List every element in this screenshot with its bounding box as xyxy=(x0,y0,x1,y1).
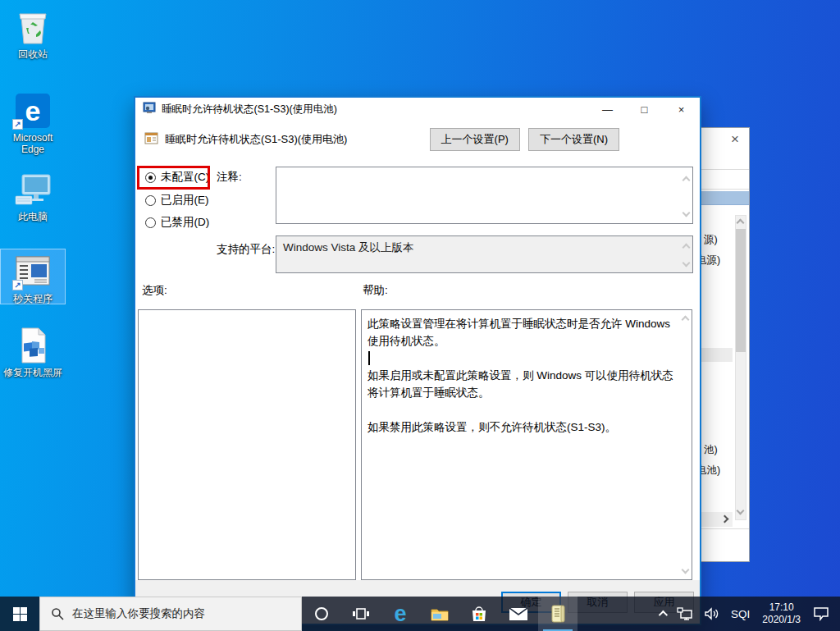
red-highlight-box xyxy=(137,166,210,190)
cortana-button[interactable] xyxy=(302,597,341,631)
taskbar-clock[interactable]: 17:10 2020/1/3 xyxy=(756,601,807,626)
policy-name-fragment: 源) xyxy=(704,233,718,247)
file-explorer-button[interactable] xyxy=(420,597,459,631)
search-icon xyxy=(51,607,64,620)
supported-on-box: Windows Vista 及以上版本 xyxy=(276,235,693,273)
taskbar: 在这里输入你要搜索的内容 e xyxy=(0,597,840,631)
task-view-icon xyxy=(353,607,369,620)
taskbar-search-input[interactable]: 在这里输入你要搜索的内容 xyxy=(39,597,302,631)
help-paragraph: 如果启用或未配置此策略设置，则 Windows 可以使用待机状态将计算机置于睡眠… xyxy=(368,367,675,401)
edge-taskbar-button[interactable]: e xyxy=(381,597,420,631)
policy-scroll-icon xyxy=(550,605,566,623)
previous-setting-button[interactable]: 上一个设置(P) xyxy=(430,128,520,151)
scroll-up-icon[interactable] xyxy=(682,316,690,324)
vertical-scrollbar[interactable] xyxy=(735,215,746,520)
scroll-up-icon[interactable] xyxy=(682,244,691,252)
supported-on-label: 支持的平台: xyxy=(217,242,275,257)
desktop-icon-label: 此电脑 xyxy=(1,211,65,222)
text-caret xyxy=(368,351,370,365)
network-tray-icon[interactable] xyxy=(671,597,699,631)
scroll-down-icon[interactable] xyxy=(682,259,691,267)
policy-setting-heading: 睡眠时允许待机状态(S1-S3)(使用电池) xyxy=(165,132,347,147)
recycle-bin-icon xyxy=(1,8,65,46)
clock-time: 17:10 xyxy=(762,601,801,614)
task-view-button[interactable] xyxy=(341,597,381,631)
windows-logo-icon xyxy=(13,607,27,621)
edge-icon: e xyxy=(394,603,406,625)
help-scrollbar[interactable] xyxy=(678,310,692,579)
desktop-icon-label: 回收站 xyxy=(1,48,65,60)
help-paragraph: 如果禁用此策略设置，则不允许待机状态(S1-S3)。 xyxy=(368,418,675,436)
radio-icon[interactable] xyxy=(145,217,156,228)
next-setting-button[interactable]: 下一个设置(N) xyxy=(528,128,619,151)
system-tray: SQI 17:10 2020/1/3 xyxy=(653,597,840,631)
scrollbar-thumb[interactable] xyxy=(736,229,746,352)
scroll-up-icon[interactable] xyxy=(737,219,745,227)
radio-disabled[interactable]: 已禁用(D) xyxy=(145,215,209,230)
shortcut-arrow-icon: ↗ xyxy=(12,280,23,290)
policy-setting-icon xyxy=(144,131,158,149)
help-panel: 此策略设置管理在将计算机置于睡眠状态时是否允许 Windows 使用待机状态。 … xyxy=(361,309,692,580)
start-button[interactable] xyxy=(0,597,39,631)
maximize-button[interactable]: □ xyxy=(626,98,663,121)
comment-label: 注释: xyxy=(217,170,242,185)
options-panel xyxy=(138,309,356,580)
scroll-down-icon[interactable] xyxy=(737,507,745,515)
comment-textarea[interactable] xyxy=(276,167,693,224)
action-center-button[interactable] xyxy=(807,597,835,631)
options-label: 选项: xyxy=(142,283,167,298)
ime-indicator[interactable]: SQI xyxy=(725,597,756,631)
folder-icon xyxy=(431,607,449,621)
scroll-right-icon[interactable] xyxy=(721,515,729,524)
dialog-title: 睡眠时允许待机状态(S1-S3)(使用电池) xyxy=(162,103,337,117)
desktop-icon-recycle-bin[interactable]: 回收站 xyxy=(1,8,65,60)
scroll-down-icon[interactable] xyxy=(682,209,691,217)
help-label: 帮助: xyxy=(363,283,388,298)
scroll-down-icon[interactable] xyxy=(682,566,690,574)
desktop-icon-label: 修复开机黑屏 xyxy=(1,367,65,378)
this-pc-icon xyxy=(1,171,65,208)
radio-icon[interactable] xyxy=(145,195,156,206)
edge-icon: e ↗ xyxy=(1,92,65,130)
desktop-icon-gpedit-shortcut[interactable]: ↗ 秒关程序 xyxy=(1,249,65,304)
policy-window-icon xyxy=(143,102,156,118)
registry-file-icon xyxy=(1,327,65,364)
radio-enabled[interactable]: 已启用(E) xyxy=(145,193,209,208)
desktop-icon-label: 秒关程序 xyxy=(1,293,65,304)
mail-icon xyxy=(509,608,527,620)
close-button[interactable]: × xyxy=(663,98,700,121)
desktop-icon-fix-black-screen[interactable]: 修复开机黑屏 xyxy=(1,327,65,378)
help-text: 此策略设置管理在将计算机置于睡眠状态时是否允许 Windows 使用待机状态。 … xyxy=(362,310,678,579)
action-center-icon xyxy=(813,606,829,621)
policy-name-fragment: 池) xyxy=(704,443,718,457)
scroll-up-icon[interactable] xyxy=(682,176,691,185)
help-paragraph: 此策略设置管理在将计算机置于睡眠状态时是否允许 Windows 使用待机状态。 xyxy=(368,315,675,350)
policy-editor-icon: ↗ xyxy=(1,253,65,290)
minimize-button[interactable]: — xyxy=(589,98,626,121)
store-button[interactable] xyxy=(459,597,499,631)
dialog-titlebar[interactable]: 睡眠时允许待机状态(S1-S3)(使用电池) — □ × xyxy=(135,98,700,121)
shortcut-arrow-icon: ↗ xyxy=(12,119,23,130)
radio-label: 已禁用(D) xyxy=(161,215,209,230)
store-icon xyxy=(471,606,487,622)
policy-setting-dialog: 睡眠时允许待机状态(S1-S3)(使用电池) — □ × 睡眠时允许待机状态(S… xyxy=(134,96,701,625)
close-icon[interactable]: × xyxy=(731,131,739,148)
clock-date: 2020/1/3 xyxy=(762,614,801,626)
volume-tray-icon[interactable] xyxy=(699,597,725,631)
desktop-icon-label: Microsoft Edge xyxy=(1,132,65,155)
group-policy-taskbar-button[interactable] xyxy=(538,597,578,631)
tray-overflow-button[interactable] xyxy=(653,597,671,631)
supported-on-value: Windows Vista 及以上版本 xyxy=(283,241,414,254)
radio-label: 已启用(E) xyxy=(161,193,209,208)
desktop-icon-microsoft-edge[interactable]: e ↗ Microsoft Edge xyxy=(1,92,65,155)
mail-button[interactable] xyxy=(499,597,538,631)
cortana-icon xyxy=(314,606,329,621)
desktop-icon-this-pc[interactable]: 此电脑 xyxy=(1,171,65,222)
chevron-up-icon xyxy=(659,610,668,620)
dialog-header: 睡眠时允许待机状态(S1-S3)(使用电池) 上一个设置(P) 下一个设置(N) xyxy=(135,121,700,158)
search-placeholder: 在这里输入你要搜索的内容 xyxy=(72,606,205,621)
